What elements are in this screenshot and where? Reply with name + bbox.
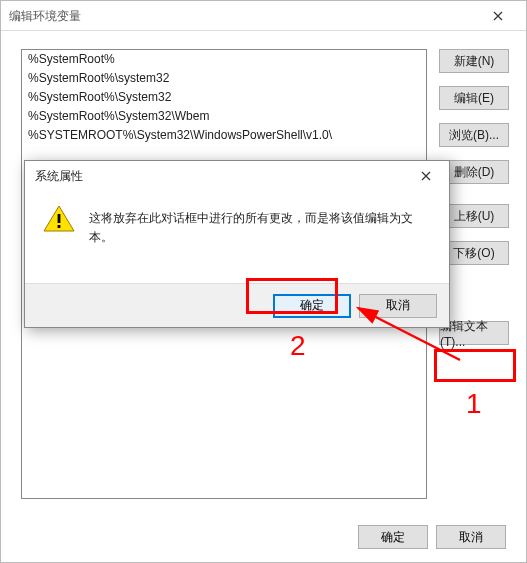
cancel-button[interactable]: 取消 [436,525,506,549]
new-button[interactable]: 新建(N) [439,49,509,73]
title-bar: 编辑环境变量 [1,1,526,31]
dialog-footer: 确定 取消 [1,512,526,562]
modal-footer: 确定 取消 [25,283,449,327]
modal-body: 这将放弃在此对话框中进行的所有更改，而是将该值编辑为文本。 [25,191,449,255]
list-item[interactable]: %SystemRoot%\System32 [22,88,426,107]
modal-message: 这将放弃在此对话框中进行的所有更改，而是将该值编辑为文本。 [89,205,431,247]
modal-title-bar: 系统属性 [25,161,449,191]
browse-button[interactable]: 浏览(B)... [439,123,509,147]
window-title: 编辑环境变量 [9,1,81,31]
ok-button[interactable]: 确定 [358,525,428,549]
close-icon[interactable] [409,165,443,187]
list-item[interactable]: %SystemRoot%\System32\Wbem [22,107,426,126]
list-item[interactable]: %SystemRoot% [22,50,426,69]
modal-title: 系统属性 [35,168,83,185]
confirm-dialog: 系统属性 这将放弃在此对话框中进行的所有更改，而是将该值编辑为文本。 确定 取消 [24,160,450,328]
warning-icon [43,205,75,233]
modal-cancel-button[interactable]: 取消 [359,294,437,318]
close-icon[interactable] [478,1,518,31]
modal-ok-button[interactable]: 确定 [273,294,351,318]
edit-button[interactable]: 编辑(E) [439,86,509,110]
svg-rect-0 [58,214,61,223]
list-item[interactable]: %SYSTEMROOT%\System32\WindowsPowerShell\… [22,126,426,145]
svg-rect-1 [58,225,61,228]
list-item[interactable]: %SystemRoot%\system32 [22,69,426,88]
